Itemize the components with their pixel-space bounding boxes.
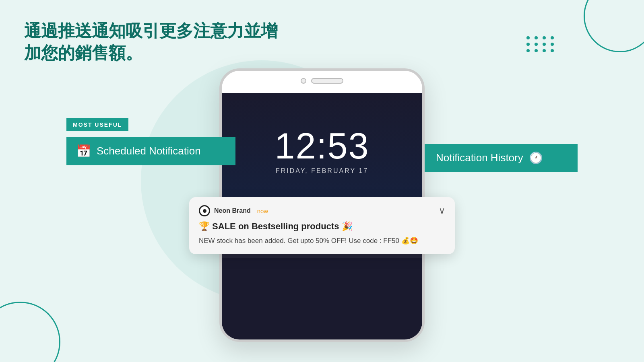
page-headline: 通過推送通知吸引更多注意力並增加您的銷售額。 [24, 20, 286, 64]
dots-grid [526, 36, 555, 52]
float-notif-body: NEW stock has been added. Get upto 50% O… [199, 236, 445, 246]
float-app-name: Neon Brand [214, 207, 251, 214]
notification-history-button[interactable]: Notification History 🕐 [425, 144, 578, 172]
float-notif-time: now [257, 208, 268, 214]
calendar-icon: 📅 [76, 144, 91, 158]
float-app-info: Neon Brand now [199, 205, 268, 216]
float-notif-header: Neon Brand now ∨ [199, 205, 445, 216]
phone-top-bar [301, 78, 343, 84]
bg-circle-bottom-left [0, 302, 60, 362]
lock-time: 12:53 [275, 128, 369, 164]
clock-icon: 🕐 [529, 151, 543, 165]
float-chevron-icon: ∨ [439, 206, 445, 216]
float-inner-dot [203, 209, 206, 213]
scheduled-notification-label: Scheduled Notification [97, 145, 201, 157]
phone-lock-screen: 12:53 FRIDAY, FEBRUARY 17 [222, 93, 422, 210]
phone-speaker [311, 78, 343, 84]
float-notif-title: 🏆 SALE on Bestselling products 🎉 [199, 221, 445, 232]
lock-date: FRIDAY, FEBRUARY 17 [276, 167, 368, 175]
notification-history-label: Notification History [436, 152, 523, 164]
most-useful-tag: MOST USEFUL [66, 118, 128, 131]
bg-circle-top-right [584, 0, 644, 52]
phone-camera [301, 78, 306, 84]
floating-notification-card: Neon Brand now ∨ 🏆 SALE on Bestselling p… [189, 197, 455, 254]
scheduled-notification-button[interactable]: 📅 Scheduled Notification [66, 137, 235, 165]
float-app-icon [199, 205, 210, 216]
